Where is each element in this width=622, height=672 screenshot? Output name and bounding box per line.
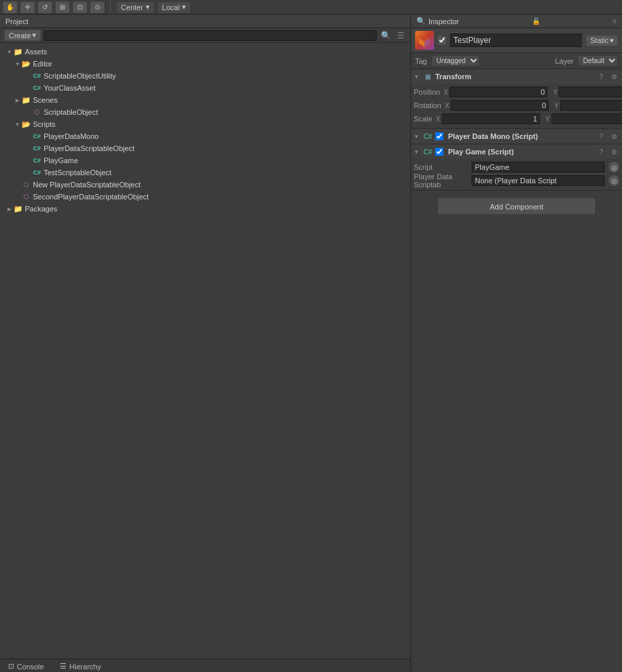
pg-script-picker-btn[interactable]: ◎ — [609, 162, 619, 173]
assets-label: Assets — [25, 48, 47, 56]
pdm-comp-title: Player Data Mono (Script) — [448, 132, 593, 140]
tree-item-packages[interactable]: ▶ 📁 Packages — [0, 203, 410, 215]
transform-header[interactable]: ▼ ⊞ Transform ? ⚙ — [411, 69, 622, 84]
pdm-comp-checkbox[interactable] — [435, 132, 443, 140]
transform-settings-btn[interactable]: ⚙ — [609, 71, 619, 82]
pdm-help-btn[interactable]: ? — [596, 131, 607, 142]
console-label: Console — [17, 663, 44, 671]
play-game-fields: Script PlayGame ◎ Player Data Scriptab N… — [411, 159, 622, 190]
toolbar-rotate-btn[interactable]: ↺ — [38, 1, 52, 13]
add-component-label: Add Component — [490, 203, 543, 211]
tree-item-pdm[interactable]: C# PlayerDataMono — [0, 130, 410, 142]
gameobject-header: Static ▾ — [411, 28, 622, 53]
toolbar-hand-btn[interactable]: ✋ — [3, 1, 17, 13]
static-label: Static — [590, 36, 609, 44]
scale-x-input[interactable] — [442, 113, 540, 124]
pg-settings-btn[interactable]: ⚙ — [609, 146, 619, 157]
rotation-y-input[interactable] — [560, 100, 622, 111]
pg-comp-checkbox[interactable] — [435, 148, 443, 156]
npd-label: New PlayerDataScriptableObject — [33, 181, 140, 189]
gameobject-cube-icon — [415, 31, 434, 50]
toolbar-divider-1 — [110, 1, 111, 13]
position-y-axis: Y — [549, 87, 622, 97]
pdm-settings-btn[interactable]: ⚙ — [609, 131, 619, 142]
tree-item-assets[interactable]: ▼ 📁 Assets — [0, 46, 410, 58]
tree-item-pdso[interactable]: C# PlayerDataScriptableObject — [0, 142, 410, 154]
sou-script-icon: C# — [32, 71, 42, 81]
pg-comp-arrow-icon: ▼ — [414, 149, 420, 155]
lock-icon[interactable]: 🔓 — [532, 17, 540, 25]
tree-item-yca[interactable]: C# YourClassAsset — [0, 82, 410, 94]
pdm-comp-icon: C# — [423, 132, 433, 141]
npd-arrow-icon — [13, 181, 21, 189]
gameobject-active-checkbox[interactable] — [438, 36, 446, 44]
pg-comp-title: Play Game (Script) — [448, 148, 593, 156]
scale-y-axis: Y — [542, 113, 622, 124]
add-component-button[interactable]: Add Component — [437, 197, 596, 215]
pdm-script-icon: C# — [32, 132, 42, 141]
so-asset-icon: ⬡ — [32, 107, 42, 117]
tree-item-scenes[interactable]: ▶ 📁 Scenes — [0, 94, 410, 106]
packages-label: Packages — [25, 205, 57, 213]
position-row: Position X Y Z — [414, 86, 619, 98]
create-label: Create — [9, 32, 31, 40]
tab-hierarchy[interactable]: ☰ Hierarchy — [52, 660, 109, 672]
pg-help-btn[interactable]: ? — [596, 146, 607, 157]
scale-y-input[interactable] — [551, 113, 622, 124]
assets-folder-icon: 📁 — [13, 47, 23, 56]
position-y-input[interactable] — [559, 87, 622, 97]
local-chevron-icon: ▾ — [182, 3, 186, 11]
search-icon[interactable]: 🔍 — [380, 30, 392, 42]
play-game-header[interactable]: ▼ C# Play Game (Script) ? ⚙ — [411, 144, 622, 159]
hierarchy-label: Hierarchy — [69, 663, 101, 671]
scale-y-label: Y — [542, 115, 550, 123]
tree-item-npd[interactable]: ⬡ New PlayerDataScriptableObject — [0, 179, 410, 191]
tab-console[interactable]: ⊡ Console — [0, 660, 52, 672]
tree-item-spd[interactable]: ⬡ SecondPlayerDataScriptableObject — [0, 191, 410, 203]
toolbar-local-group[interactable]: Local ▾ — [157, 1, 191, 13]
toolbar-move-btn[interactable]: ✛ — [20, 1, 35, 13]
tree-item-scripts[interactable]: ▼ 📂 Scripts — [0, 118, 410, 130]
yca-arrow-icon — [24, 84, 32, 92]
toolbar-transform-btn[interactable]: ⊙ — [90, 1, 105, 13]
layer-label: Layer — [555, 57, 574, 65]
toolbar-center-group[interactable]: Center ▾ — [116, 1, 154, 13]
toolbar-rect-btn[interactable]: ⊡ — [73, 1, 87, 13]
search-input[interactable] — [44, 30, 377, 41]
tag-layer-row: Tag Untagged Layer Default — [411, 53, 622, 69]
gameobject-name-input[interactable] — [450, 34, 582, 47]
center-chevron-icon: ▾ — [146, 3, 150, 11]
tso-script-icon: C# — [32, 168, 42, 177]
player-data-mono-header[interactable]: ▼ C# Player Data Mono (Script) ? ⚙ — [411, 129, 622, 144]
position-x-input[interactable] — [449, 87, 547, 97]
scale-axis-group: X Y Z — [433, 113, 622, 124]
pdm-comp-options: ? ⚙ — [596, 131, 619, 142]
so-asset-label: ScriptableObject — [44, 108, 98, 116]
transform-arrow-icon: ▼ — [414, 74, 420, 80]
static-badge[interactable]: Static ▾ — [586, 35, 618, 46]
play-game-component: ▼ C# Play Game (Script) ? ⚙ Script PlayG… — [411, 144, 622, 191]
toolbar-scale-btn[interactable]: ⊞ — [55, 1, 70, 13]
layer-select[interactable]: Default — [578, 55, 618, 66]
project-panel-header: Project — [0, 15, 410, 28]
file-tree: ▼ 📁 Assets ▼ 📂 Editor C# ScriptableObjec… — [0, 43, 410, 659]
transform-help-btn[interactable]: ? — [596, 71, 607, 82]
pg-comp-options: ? ⚙ — [596, 146, 619, 157]
tree-item-editor[interactable]: ▼ 📂 Editor — [0, 58, 410, 70]
tree-item-so-asset[interactable]: ⬡ ScriptableObject — [0, 106, 410, 118]
editor-label: Editor — [33, 60, 52, 68]
tree-item-tso[interactable]: C# TestScriptableObject — [0, 166, 410, 179]
tree-item-pg[interactable]: C# PlayGame — [0, 154, 410, 166]
left-panel: Project Create ▾ 🔍 ☰ ▼ 📁 Assets — [0, 15, 411, 672]
project-title: Project — [5, 17, 28, 26]
console-icon: ⊡ — [8, 662, 14, 671]
tag-select[interactable]: Untagged — [431, 55, 480, 66]
scale-label: Scale — [414, 115, 433, 123]
pg-player-data-picker-btn[interactable]: ◎ — [609, 175, 619, 186]
pdm-label: PlayerDataMono — [44, 132, 99, 140]
rotation-x-input[interactable] — [451, 100, 549, 111]
inspector-menu-icon[interactable]: ≡ — [613, 17, 617, 25]
create-button[interactable]: Create ▾ — [4, 30, 41, 41]
filter-icon[interactable]: ☰ — [394, 30, 406, 42]
tree-item-sou[interactable]: C# ScriptableObjectUtility — [0, 70, 410, 82]
